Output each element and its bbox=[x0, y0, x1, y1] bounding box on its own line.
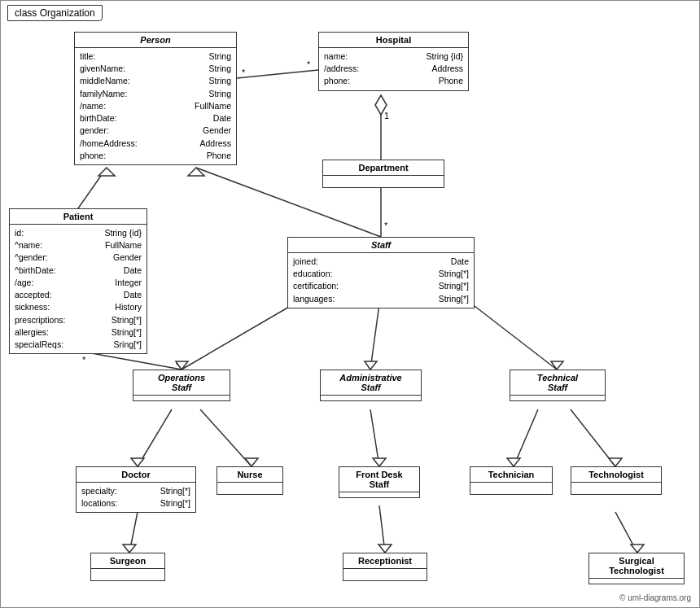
class-surgical-tech-name: Surgical Technologist bbox=[589, 553, 684, 579]
svg-marker-12 bbox=[188, 168, 204, 176]
class-doctor: Doctor specialty:String[*] locations:Str… bbox=[76, 466, 196, 513]
class-admin-staff-attrs bbox=[321, 396, 421, 400]
class-receptionist-attrs bbox=[343, 569, 427, 580]
svg-line-28 bbox=[514, 409, 538, 466]
class-doctor-attrs: specialty:String[*] locations:String[*] bbox=[77, 483, 195, 512]
class-tech-staff-attrs bbox=[510, 396, 605, 400]
svg-marker-21 bbox=[551, 361, 563, 370]
class-patient-attrs: id:String {id} ^name:FullName ^gender:Ge… bbox=[10, 225, 147, 353]
class-person: Person title:String givenName:String mid… bbox=[74, 32, 237, 165]
class-technologist-attrs bbox=[571, 483, 661, 494]
class-patient-name: Patient bbox=[10, 209, 147, 225]
class-nurse-attrs bbox=[217, 483, 282, 494]
class-front-desk-name: Front Desk Staff bbox=[339, 467, 419, 492]
class-technologist: Technologist bbox=[571, 466, 662, 495]
svg-line-9 bbox=[78, 168, 107, 208]
class-technician: Technician bbox=[470, 466, 553, 495]
class-receptionist: Receptionist bbox=[343, 553, 427, 581]
svg-marker-10 bbox=[98, 168, 115, 176]
svg-line-26 bbox=[370, 409, 379, 466]
class-front-desk-attrs bbox=[339, 492, 419, 497]
class-receptionist-name: Receptionist bbox=[343, 553, 427, 569]
svg-marker-29 bbox=[507, 458, 520, 466]
class-technologist-name: Technologist bbox=[571, 467, 661, 483]
class-department: Department bbox=[322, 160, 444, 188]
svg-line-34 bbox=[379, 505, 385, 553]
class-staff: Staff joined:Date education:String[*] ce… bbox=[287, 237, 475, 308]
class-patient: Patient id:String {id} ^name:FullName ^g… bbox=[9, 208, 147, 354]
class-nurse: Nurse bbox=[217, 466, 283, 495]
svg-text:*: * bbox=[384, 221, 388, 230]
class-staff-name: Staff bbox=[288, 238, 474, 253]
class-doctor-name: Doctor bbox=[77, 467, 195, 483]
svg-marker-31 bbox=[609, 458, 622, 466]
svg-line-32 bbox=[129, 512, 138, 553]
svg-text:*: * bbox=[242, 68, 246, 77]
class-nurse-name: Nurse bbox=[217, 467, 282, 483]
copyright: © uml-diagrams.org bbox=[619, 593, 691, 602]
svg-marker-19 bbox=[365, 361, 377, 370]
class-admin-staff: Administrative Staff bbox=[320, 370, 422, 401]
svg-line-0 bbox=[237, 70, 318, 78]
class-surgical-tech: Surgical Technologist bbox=[588, 553, 685, 584]
class-department-name: Department bbox=[323, 160, 444, 176]
class-technician-attrs bbox=[470, 483, 552, 494]
class-person-attrs: title:String givenName:String middleName… bbox=[75, 48, 236, 164]
class-surgeon-attrs bbox=[91, 569, 164, 580]
svg-marker-23 bbox=[131, 458, 144, 466]
diagram-container: class Organization * * 1 * 1 * * bbox=[0, 0, 700, 608]
svg-line-30 bbox=[571, 409, 615, 466]
class-ops-staff-name: Operations Staff bbox=[133, 370, 230, 396]
svg-line-24 bbox=[200, 409, 252, 466]
class-person-name: Person bbox=[75, 33, 236, 48]
svg-text:*: * bbox=[82, 355, 86, 365]
svg-marker-17 bbox=[176, 361, 188, 370]
diagram-title: class Organization bbox=[7, 5, 103, 21]
class-hospital-name: Hospital bbox=[319, 33, 468, 48]
class-department-attrs bbox=[323, 176, 444, 187]
class-surgeon-name: Surgeon bbox=[91, 553, 164, 569]
svg-marker-25 bbox=[245, 458, 258, 466]
svg-text:*: * bbox=[307, 59, 311, 69]
class-surgeon: Surgeon bbox=[90, 553, 165, 581]
class-staff-attrs: joined:Date education:String[*] certific… bbox=[288, 253, 474, 308]
class-surgical-tech-attrs bbox=[589, 579, 684, 584]
svg-marker-27 bbox=[373, 458, 386, 466]
svg-marker-4 bbox=[375, 95, 387, 115]
class-tech-staff-name: Technical Staff bbox=[510, 370, 605, 396]
svg-line-36 bbox=[615, 512, 637, 553]
class-tech-staff: Technical Staff bbox=[510, 370, 606, 401]
class-admin-staff-name: Administrative Staff bbox=[321, 370, 421, 396]
svg-marker-33 bbox=[123, 545, 136, 553]
class-ops-staff-attrs bbox=[133, 396, 230, 400]
svg-text:1: 1 bbox=[384, 111, 389, 120]
svg-marker-37 bbox=[631, 545, 644, 553]
class-hospital: Hospital name:String {id} /address:Addre… bbox=[318, 32, 469, 91]
class-hospital-attrs: name:String {id} /address:Address phone:… bbox=[319, 48, 468, 90]
class-technician-name: Technician bbox=[470, 467, 552, 483]
class-front-desk: Front Desk Staff bbox=[339, 466, 420, 498]
svg-marker-35 bbox=[378, 545, 392, 553]
class-ops-staff: Operations Staff bbox=[133, 370, 230, 401]
svg-line-22 bbox=[138, 409, 172, 466]
